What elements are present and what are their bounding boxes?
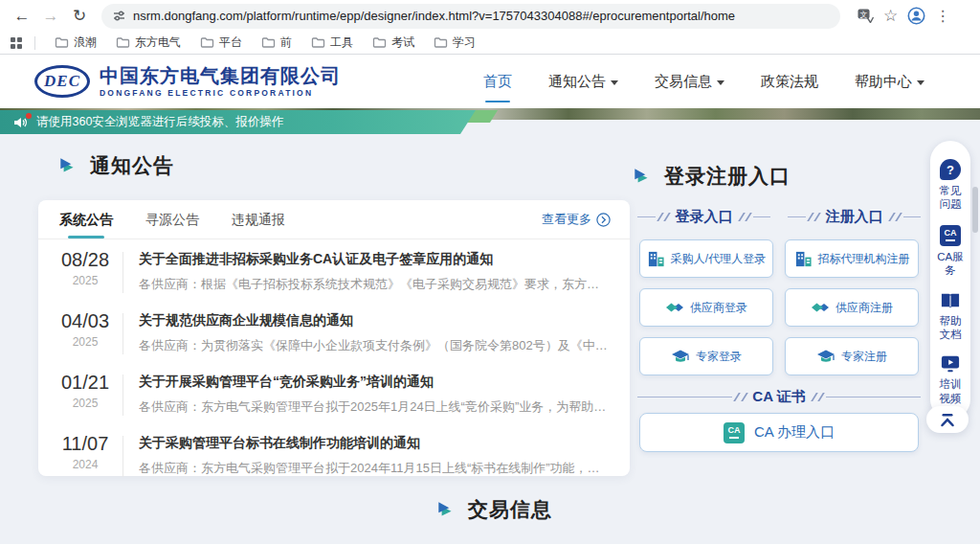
building-icon — [794, 250, 813, 268]
browser-menu-icon[interactable]: ⋮ — [935, 7, 950, 25]
expert-register-button[interactable]: 专家注册 — [785, 337, 919, 375]
bookmark-label: 东方电气 — [135, 34, 181, 51]
bookmark-folder[interactable]: 前 — [254, 33, 300, 53]
tab-system-notices[interactable]: 系统公告 — [57, 200, 115, 238]
chevron-down-icon — [717, 80, 724, 85]
notice-desc: 各供应商：为贯彻落实《保障中小企业款项支付条例》（国务院令第802号）及《中小企… — [139, 337, 611, 354]
bookmark-star-icon[interactable]: ☆ — [883, 6, 898, 26]
buyer-agent-login-button[interactable]: 采购人/代理人登录 — [639, 239, 773, 278]
chevron-down-icon — [917, 80, 924, 85]
quick-sidebar: ? 常见问题 CA CA服务 帮助文档 培训视频 — [930, 141, 970, 420]
book-icon — [940, 291, 961, 310]
bookmark-label: 前 — [280, 34, 292, 51]
browser-reload-button[interactable]: ↻ — [67, 4, 92, 29]
section-arrow-icon — [435, 499, 457, 520]
profile-avatar-icon[interactable] — [907, 7, 925, 25]
site-header: DEC 中国东方电气集团有限公司 DONGFANG ELECTRIC CORPO… — [0, 55, 980, 108]
expert-login-button[interactable]: 专家登录 — [639, 337, 773, 375]
notice-date: 04/03 2025 — [57, 310, 113, 349]
company-name-en: DONGFANG ELECTRIC CORPORATION — [100, 88, 341, 98]
back-to-top-button[interactable] — [926, 406, 969, 433]
section-title: 通知公告 — [90, 152, 174, 179]
browser-toolbar: ← → ↻ nsrm.dongfang.com/platform/runtime… — [0, 0, 980, 32]
notice-title[interactable]: 关于全面推进非招标采购业务CA认证及电子签章应用的通知 — [139, 251, 611, 268]
notices-section-header: 通知公告 — [57, 152, 174, 179]
faq-shortcut[interactable]: ? 常见问题 — [937, 152, 964, 218]
nav-item-notices[interactable]: 通知公告 — [548, 67, 618, 97]
nav-item-help-center[interactable]: 帮助中心 — [855, 67, 924, 97]
divider — [122, 375, 123, 416]
scroll-to-top-icon — [937, 412, 958, 428]
circle-chevron-right-icon — [596, 213, 611, 227]
company-logo[interactable]: DEC 中国东方电气集团有限公司 DONGFANG ELECTRIC CORPO… — [34, 65, 341, 98]
supplier-register-button[interactable]: 供应商注册 — [785, 288, 919, 327]
tab-violation-reports[interactable]: 违规通报 — [230, 200, 287, 238]
folder-icon — [434, 36, 448, 49]
bookmark-folder[interactable]: 工具 — [303, 33, 361, 53]
ca-certificate-icon: CA — [724, 422, 745, 443]
register-buttons-column: 招标代理机构注册 供应商注册 专家注册 — [785, 239, 919, 375]
login-buttons-column: 采购人/代理人登录 供应商登录 专家登录 — [639, 239, 773, 375]
chevron-down-icon — [611, 80, 618, 85]
address-bar[interactable]: nsrm.dongfang.com/platform/runtime/epp/d… — [101, 4, 840, 29]
supplier-login-button[interactable]: 供应商登录 — [639, 288, 773, 327]
nav-item-policies[interactable]: 政策法规 — [761, 67, 818, 97]
url-text[interactable]: nsrm.dongfang.com/platform/runtime/epp/d… — [133, 9, 735, 23]
folder-icon — [55, 36, 69, 49]
bookmark-folder[interactable]: 东方电气 — [108, 33, 189, 53]
nav-item-home[interactable]: 首页 — [483, 67, 512, 97]
bookmark-folder[interactable]: 浪潮 — [47, 33, 104, 53]
divider — [122, 313, 123, 354]
folder-icon — [116, 36, 130, 49]
announcement-ticker: 请使用360安全浏览器进行后续投标、报价操作 — [0, 110, 476, 134]
folder-icon — [311, 36, 325, 49]
bookmark-folder[interactable]: 学习 — [426, 33, 483, 53]
portal-group-headers: 登录入口 注册入口 — [637, 208, 921, 226]
notice-title[interactable]: 关于开展采购管理平台“竞价采购业务”培训的通知 — [139, 374, 611, 391]
notice-row[interactable]: 04/03 2025 关于规范供应商企业规模信息的通知 各供应商：为贯彻落实《保… — [38, 301, 630, 362]
question-icon: ? — [940, 159, 961, 180]
browser-forward-button[interactable]: → — [38, 4, 63, 29]
divider — [122, 252, 123, 293]
tab-sourcing-notices[interactable]: 寻源公告 — [144, 200, 201, 238]
view-more-link[interactable]: 查看更多 — [542, 211, 611, 228]
section-title: 交易信息 — [468, 496, 552, 523]
bookmark-label: 工具 — [330, 34, 353, 51]
bidding-agency-register-button[interactable]: 招标代理机构注册 — [785, 239, 919, 278]
training-videos-shortcut[interactable]: 培训视频 — [937, 348, 964, 412]
main-nav: 首页 通知公告 交易信息 政策法规 帮助中心 — [483, 67, 924, 97]
notice-title[interactable]: 关于规范供应商企业规模信息的通知 — [139, 312, 611, 329]
bookmark-folder[interactable]: 考试 — [365, 33, 422, 53]
notice-title[interactable]: 关于采购管理平台标书在线制作功能培训的通知 — [139, 435, 611, 452]
ticker-text: 请使用360安全浏览器进行后续投标、报价操作 — [36, 114, 283, 130]
handshake-icon — [665, 300, 684, 315]
site-settings-icon[interactable] — [113, 10, 125, 22]
folder-icon — [372, 36, 387, 49]
section-arrow-icon — [632, 166, 653, 187]
notice-row[interactable]: 01/21 2025 关于开展采购管理平台“竞价采购业务”培训的通知 各供应商：… — [38, 362, 630, 423]
register-group-header: 注册入口 — [788, 208, 921, 226]
login-group-header: 登录入口 — [637, 208, 770, 226]
bookmark-label: 平台 — [219, 34, 242, 51]
bookmarks-divider — [34, 36, 35, 50]
video-icon — [940, 354, 961, 374]
graduation-cap-icon — [816, 349, 835, 365]
ca-group-header-wrap: CA 证书 — [637, 388, 921, 406]
bookmark-label: 浪潮 — [74, 34, 97, 51]
section-arrow-icon — [57, 155, 78, 176]
dec-logo-icon: DEC — [34, 65, 90, 98]
nav-item-transactions[interactable]: 交易信息 — [655, 67, 724, 97]
browser-back-button[interactable]: ← — [10, 4, 34, 29]
bookmark-folder[interactable]: 平台 — [192, 33, 250, 53]
apps-grid-icon[interactable] — [10, 36, 23, 50]
handshake-icon — [811, 300, 830, 315]
help-docs-shortcut[interactable]: 帮助文档 — [937, 284, 964, 349]
building-icon — [647, 250, 665, 268]
translate-icon[interactable]: 文 — [858, 9, 874, 23]
scrollbar-thumb[interactable] — [972, 187, 978, 233]
notice-row[interactable]: 08/28 2025 关于全面推进非招标采购业务CA认证及电子签章应用的通知 各… — [38, 239, 630, 301]
notice-row[interactable]: 11/07 2024 关于采购管理平台标书在线制作功能培训的通知 各供应商：东方… — [38, 423, 630, 485]
ca-service-shortcut[interactable]: CA CA服务 — [937, 218, 964, 284]
notice-date: 08/28 2025 — [57, 249, 113, 287]
ca-apply-button[interactable]: CA CA 办理入口 — [639, 413, 919, 452]
